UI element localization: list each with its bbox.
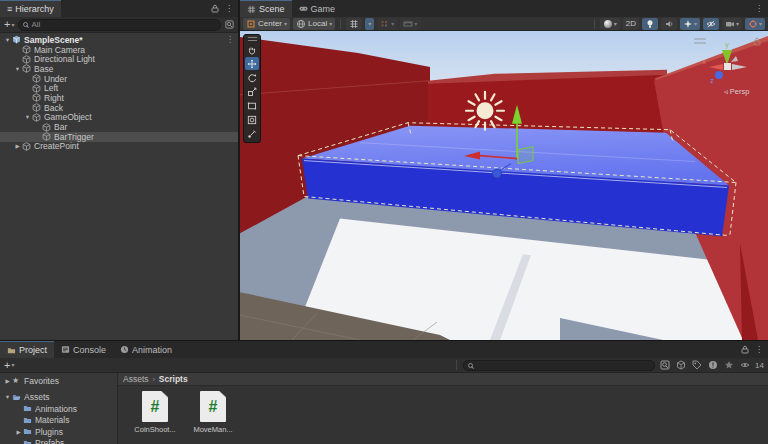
create-asset-button[interactable]: +▾ xyxy=(4,360,14,371)
item-label: GameObject xyxy=(44,112,92,122)
tab-game[interactable]: Game xyxy=(292,0,343,17)
expander-icon[interactable]: ▼ xyxy=(13,66,22,72)
scene-options-kebab-icon[interactable]: ⋮ xyxy=(226,35,234,44)
asset-script-coinshoot[interactable]: #CoinShoot... xyxy=(132,391,178,444)
hierarchy-item-bartrigger[interactable]: BarTrigger xyxy=(0,132,238,142)
lock-icon[interactable] xyxy=(211,4,219,13)
rear-axis-cone-2 xyxy=(731,56,738,62)
expander-icon[interactable]: ▶ xyxy=(3,378,12,384)
project-search-input[interactable] xyxy=(463,360,655,371)
hierarchy-item-samplescene-[interactable]: ▼SampleScene*⋮ xyxy=(0,35,238,45)
camera-settings-dropdown[interactable]: ▾ xyxy=(722,18,742,30)
expander-icon[interactable]: ▶ xyxy=(14,429,23,435)
panel-menu-kebab-icon[interactable]: ⋮ xyxy=(755,5,763,13)
shading-mode-dropdown[interactable]: ▾ xyxy=(600,18,620,30)
hierarchy-item-bar[interactable]: Bar xyxy=(0,122,238,132)
hidden-objects-button[interactable] xyxy=(703,18,719,30)
gizmo-center-cube xyxy=(724,63,731,70)
item-label: Main Camera xyxy=(34,45,85,55)
tab-hierarchy[interactable]: ≡ Hierarchy xyxy=(0,0,61,17)
project-folder-materials[interactable]: Materials xyxy=(0,415,117,427)
snap-settings-button[interactable]: ▾ xyxy=(400,18,420,30)
project-folder-assets[interactable]: ▼Assets xyxy=(0,392,117,404)
hierarchy-item-under[interactable]: Under xyxy=(0,74,238,84)
item-label: BarTrigger xyxy=(54,132,94,142)
expander-icon[interactable]: ▶ xyxy=(13,143,22,149)
folder-icon xyxy=(12,393,21,402)
handle-rotation-dropdown[interactable]: Local ▾ xyxy=(293,18,335,30)
item-label: Left xyxy=(44,83,58,93)
project-tabbar: Project Console Animation ⋮ xyxy=(0,341,768,358)
orientation-gizmo[interactable]: y x z ◃Persp xyxy=(690,33,766,97)
panel-menu-kebab-icon[interactable]: ⋮ xyxy=(755,346,763,354)
rect-tool-icon[interactable] xyxy=(245,99,259,112)
pivot-mode-dropdown[interactable]: Center ▾ xyxy=(243,18,290,30)
rotate-tool-icon[interactable] xyxy=(245,71,259,84)
project-folder-animations[interactable]: Animations xyxy=(0,403,117,415)
mode-2d-button[interactable]: 2D xyxy=(623,18,639,30)
asset-grid: #CoinShoot...#MoveMan... xyxy=(118,386,768,444)
effects-dropdown[interactable]: ▾ xyxy=(680,18,700,30)
cube-icon xyxy=(22,55,31,64)
favorites-filter-star-icon[interactable] xyxy=(723,359,735,371)
scale-tool-icon[interactable] xyxy=(245,85,259,98)
project-folder-plugins[interactable]: ▶Plugins xyxy=(0,426,117,438)
snap-increment-button[interactable]: ▾ xyxy=(377,18,397,30)
hierarchy-item-main-camera[interactable]: Main Camera xyxy=(0,45,238,55)
expander-icon[interactable]: ▼ xyxy=(3,37,12,43)
panel-menu-kebab-icon[interactable]: ⋮ xyxy=(225,5,233,13)
gizmos-target-icon xyxy=(748,19,758,29)
hierarchy-item-back[interactable]: Back xyxy=(0,103,238,113)
transform-tool-icon[interactable] xyxy=(245,113,259,126)
z-axis-handle xyxy=(493,169,502,178)
search-filter-icon[interactable] xyxy=(225,20,234,29)
tab-project[interactable]: Project xyxy=(0,341,54,358)
project-folder-favorites[interactable]: ▶★Favorites xyxy=(0,375,117,387)
chevron-down-icon: ▾ xyxy=(329,21,332,27)
hierarchy-item-base[interactable]: ▼Base xyxy=(0,64,238,74)
grid-visibility-button[interactable] xyxy=(346,18,362,30)
z-axis-label: z xyxy=(710,77,714,84)
grid-visibility-caret[interactable]: ▾ xyxy=(365,18,374,30)
custom-tool-icon[interactable] xyxy=(245,127,259,140)
pan-tool-icon[interactable] xyxy=(245,43,259,56)
hierarchy-search-input[interactable]: All xyxy=(18,19,221,31)
hidden-count-eye-icon[interactable] xyxy=(739,359,751,371)
transform-toolstrip xyxy=(243,34,261,143)
tab-console[interactable]: Console xyxy=(54,341,113,358)
scene-audio-button[interactable] xyxy=(661,18,677,30)
hierarchy-item-gameobject[interactable]: ▼GameObject xyxy=(0,113,238,123)
asset-script-moveman[interactable]: #MoveMan... xyxy=(190,391,236,444)
scene-lighting-button[interactable] xyxy=(642,18,658,30)
hierarchy-toolbar: +▾ All xyxy=(0,17,238,33)
hierarchy-title: Hierarchy xyxy=(15,4,54,14)
drag-handle-icon xyxy=(694,39,706,43)
gizmos-dropdown[interactable]: ▾ xyxy=(745,18,765,30)
scene-icon xyxy=(12,35,21,44)
hierarchy-item-createpoint[interactable]: ▶CreatePoint xyxy=(0,142,238,152)
breadcrumb-root[interactable]: Assets xyxy=(123,374,149,384)
cube-icon xyxy=(22,64,31,73)
cube-icon xyxy=(32,93,41,102)
expander-icon[interactable]: ▼ xyxy=(3,394,12,400)
move-tool-icon[interactable] xyxy=(245,57,259,70)
lock-icon[interactable] xyxy=(741,345,749,354)
scene-viewport[interactable]: y x z ◃Persp xyxy=(240,31,768,340)
create-object-button[interactable]: +▾ xyxy=(4,19,14,30)
tab-scene[interactable]: Scene xyxy=(240,0,292,17)
drag-handle-icon[interactable] xyxy=(248,37,257,41)
tab-animation[interactable]: Animation xyxy=(113,341,179,358)
search-by-import-log-button[interactable] xyxy=(707,359,719,371)
item-label: CreatePoint xyxy=(34,141,79,151)
folder-icon xyxy=(23,416,32,425)
hierarchy-item-left[interactable]: Left xyxy=(0,83,238,93)
hierarchy-item-directional-light[interactable]: Directional Light xyxy=(0,54,238,64)
search-by-label-button[interactable] xyxy=(691,359,703,371)
search-by-type-button[interactable] xyxy=(659,359,671,371)
hierarchy-item-right[interactable]: Right xyxy=(0,93,238,103)
search-by-package-button[interactable] xyxy=(675,359,687,371)
project-folder-prefabs[interactable]: Prefabs xyxy=(0,438,117,444)
project-content: Assets › Scripts #CoinShoot...#MoveMan..… xyxy=(118,373,768,444)
expander-icon[interactable]: ▼ xyxy=(23,114,32,120)
cube-icon xyxy=(32,103,41,112)
